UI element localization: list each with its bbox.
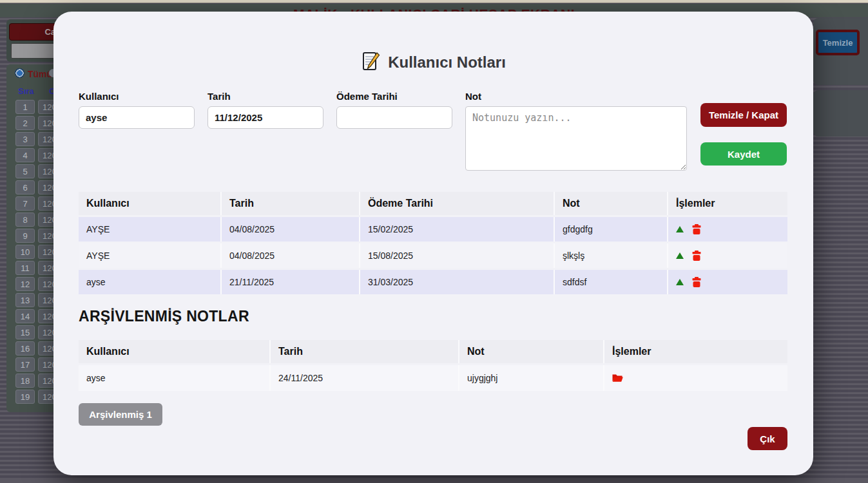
table-row: ayse 24/11/2025 ujygjghj	[79, 365, 787, 391]
not-textarea[interactable]	[465, 106, 687, 171]
user-notes-modal: Kullanıcı Notları Kullanıcı Tarih Ödeme …	[53, 12, 813, 475]
restore-up-icon[interactable]	[676, 226, 684, 232]
cell-not: sdfdsf	[554, 270, 667, 294]
cell-kullanici: ayse	[79, 365, 269, 391]
notes-table: Kullanıcı Tarih Ödeme Tarihi Not İşlemle…	[79, 192, 787, 296]
cell-tarih: 21/11/2025	[220, 270, 359, 294]
cell-kullanici: AYŞE	[79, 243, 220, 268]
restore-up-icon[interactable]	[676, 252, 684, 259]
kullanici-input[interactable]	[79, 106, 195, 129]
bg-search-input[interactable]	[11, 43, 58, 59]
cell-not: gfdgdfg	[554, 217, 667, 242]
cell-odeme: 31/03/2025	[359, 270, 554, 294]
odeme-tarihi-field-group: Ödeme Tarihi	[336, 91, 452, 129]
grid-row-number-cell: 8	[15, 213, 35, 227]
tarih-label: Tarih	[207, 91, 323, 102]
col-header-tarih: Tarih	[269, 340, 458, 363]
grid-row-number-cell: 16	[15, 341, 35, 355]
not-label: Not	[465, 91, 687, 102]
cell-odeme: 15/02/2025	[359, 217, 554, 242]
cell-tarih: 04/08/2025	[220, 243, 359, 268]
tarih-field-group: Tarih	[207, 91, 323, 129]
tumu-radio-icon[interactable]	[15, 68, 24, 78]
memo-icon	[361, 52, 380, 73]
notes-table-header: Kullanıcı Tarih Ödeme Tarihi Not İşlemle…	[79, 192, 787, 215]
bg-temizle-button[interactable]: Temizle	[816, 30, 860, 55]
delete-icon[interactable]	[692, 251, 701, 261]
desktop-bottom-strip	[0, 478, 868, 483]
grid-row-number-cell: 14	[15, 309, 35, 323]
odeme-tarihi-label: Ödeme Tarihi	[336, 91, 452, 102]
modal-title: Kullanıcı Notları	[388, 53, 506, 71]
cell-odeme: 15/08/2025	[359, 243, 554, 268]
bg-cari-button[interactable]: Ca	[9, 23, 58, 41]
kullanici-label: Kullanıcı	[79, 91, 195, 102]
exit-button[interactable]: Çık	[747, 427, 787, 450]
modal-title-row: Kullanıcı Notları	[53, 52, 813, 73]
delete-icon[interactable]	[692, 224, 701, 234]
bg-temizle-button-label: Temizle	[823, 38, 853, 48]
col-header-kullanici: Kullanıcı	[79, 192, 220, 215]
not-field-group: Not	[465, 91, 687, 173]
col-header-islemler: İşlemler	[667, 192, 787, 215]
grid-row-number-cell: 7	[15, 196, 35, 211]
grid-row-number-cell: 18	[15, 374, 35, 388]
table-row: ayse 21/11/2025 31/03/2025 sdfdsf	[79, 270, 787, 294]
grid-row-number-cell: 2	[15, 116, 35, 130]
grid-row-number-cell: 17	[15, 357, 35, 372]
grid-row-number-cell: 1	[15, 100, 35, 114]
cell-actions	[603, 365, 787, 391]
exit-button-label: Çık	[760, 433, 775, 444]
cell-not: şlkşlş	[554, 243, 667, 268]
col-header-odeme-tarihi: Ödeme Tarihi	[359, 192, 554, 215]
delete-icon[interactable]	[692, 277, 701, 287]
grid-row-number-cell: 6	[15, 180, 35, 194]
cell-kullanici: AYŞE	[79, 217, 220, 242]
clear-close-button-label: Temizle / Kapat	[709, 109, 778, 120]
table-row: AYŞE 04/08/2025 15/02/2025 gfdgdfg	[79, 217, 787, 242]
bg-grid-header-sira: Sıra	[18, 86, 34, 96]
cell-tarih: 04/08/2025	[220, 217, 359, 242]
archived-count-label: Arşivlenmiş 1	[89, 409, 152, 420]
grid-row-number-cell: 15	[15, 325, 35, 339]
tarih-input[interactable]	[207, 106, 323, 129]
clear-close-button[interactable]: Temizle / Kapat	[700, 103, 787, 127]
bg-right-panel-bottom	[813, 90, 868, 137]
col-header-not: Not	[554, 192, 667, 215]
grid-row-number-cell: 3	[15, 132, 35, 146]
cell-not: ujygjghj	[458, 365, 603, 391]
col-header-not: Not	[458, 340, 603, 363]
grid-row-number-cell: 4	[15, 148, 35, 162]
kullanici-field-group: Kullanıcı	[79, 91, 195, 129]
grid-row-number-cell: 10	[15, 245, 35, 259]
table-row: AYŞE 04/08/2025 15/08/2025 şlkşlş	[79, 243, 787, 268]
cell-actions	[667, 243, 787, 268]
grid-row-number-cell: 12	[15, 277, 35, 291]
archived-notes-heading: ARŞİVLENMİŞ NOTLAR	[79, 308, 249, 325]
save-button[interactable]: Kaydet	[700, 142, 787, 166]
cell-tarih: 24/11/2025	[269, 365, 458, 391]
grid-row-number-cell: 19	[15, 390, 35, 404]
cell-actions	[667, 270, 787, 294]
grid-row-number-cell: 11	[15, 261, 35, 275]
col-header-tarih: Tarih	[220, 192, 359, 215]
save-button-label: Kaydet	[728, 149, 760, 160]
cell-actions	[667, 217, 787, 242]
restore-up-icon[interactable]	[676, 279, 684, 285]
archived-notes-table: Kullanıcı Tarih Not İşlemler ayse 24/11/…	[79, 340, 787, 393]
cell-kullanici: ayse	[79, 270, 220, 294]
archived-table-header: Kullanıcı Tarih Not İşlemler	[79, 340, 787, 363]
grid-row-number-cell: 9	[15, 229, 35, 243]
restore-folder-icon[interactable]	[612, 374, 623, 383]
col-header-kullanici: Kullanıcı	[79, 340, 269, 363]
archived-count-button[interactable]: Arşivlenmiş 1	[79, 403, 162, 426]
desktop-top-strip	[0, 0, 868, 3]
grid-row-number-cell: 5	[15, 164, 35, 178]
col-header-islemler: İşlemler	[603, 340, 787, 363]
odeme-tarihi-input[interactable]	[336, 106, 452, 129]
grid-row-number-cell: 13	[15, 293, 35, 307]
